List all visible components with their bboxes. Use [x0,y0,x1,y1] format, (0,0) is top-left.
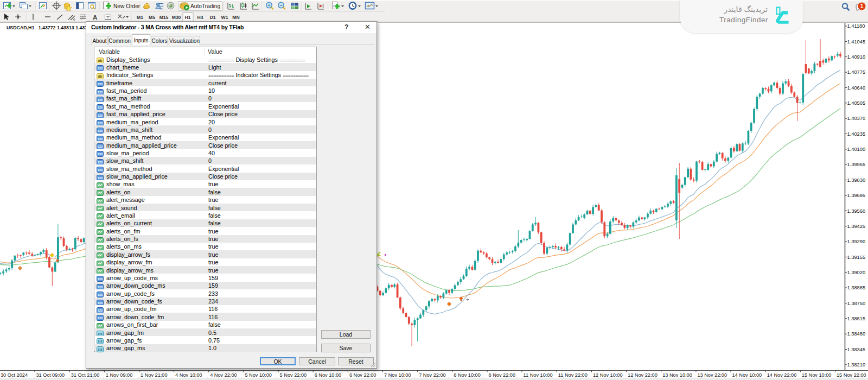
svg-text:1 Nov 09:00: 1 Nov 09:00 [106,372,133,378]
svg-text:1.38210: 1.38210 [847,362,866,368]
svg-text:1.39560: 1.39560 [847,208,866,214]
svg-text:+: + [267,3,270,8]
svg-text:123: 123 [98,129,103,132]
svg-text:AutoTrading: AutoTrading [190,3,220,9]
svg-text:ab: ab [98,59,102,62]
svg-text:W1: W1 [221,15,228,20]
svg-text:1.39695: 1.39695 [847,193,866,198]
svg-text:M1: M1 [137,15,143,20]
svg-text:1.40100: 1.40100 [847,147,866,152]
svg-text:11 Nov 22:00: 11 Nov 22:00 [558,372,588,378]
svg-text:5 Nov 10:00: 5 Nov 10:00 [245,372,272,378]
svg-text:1.39020: 1.39020 [847,270,866,275]
svg-text:1.39155: 1.39155 [847,255,866,260]
svg-text:M5: M5 [149,15,155,20]
svg-text:123: 123 [98,301,103,304]
svg-text:123: 123 [98,83,103,86]
svg-text:7 Nov 10:00: 7 Nov 10:00 [384,372,411,378]
svg-text:14 Nov 10:00: 14 Nov 10:00 [732,372,762,378]
svg-text:4 Nov 10:00: 4 Nov 10:00 [175,372,202,378]
svg-text:H4: H4 [197,15,203,20]
svg-text:15 Nov 10:00: 15 Nov 10:00 [802,372,832,378]
svg-text:123: 123 [98,285,103,288]
svg-text:−: − [279,3,282,8]
svg-text:1.39425: 1.39425 [847,224,866,229]
svg-text:123: 123 [98,309,103,312]
svg-text:1.41045: 1.41045 [847,39,866,45]
svg-text:1.38615: 1.38615 [847,316,866,321]
svg-text:1.40370: 1.40370 [847,116,866,121]
svg-text:13 Nov 10:00: 13 Nov 10:00 [662,372,692,378]
svg-text:1 Nov 21:00: 1 Nov 21:00 [141,372,168,378]
svg-text:1.40235: 1.40235 [847,131,866,137]
svg-text:H1: H1 [185,15,191,20]
svg-text:1.39290: 1.39290 [847,239,866,244]
svg-text:123: 123 [98,145,103,148]
svg-text:123: 123 [98,153,103,156]
svg-text:13 Nov 22:00: 13 Nov 22:00 [697,372,727,378]
svg-text:6 Nov 10:00: 6 Nov 10:00 [315,372,342,378]
svg-text:1: 1 [860,3,864,9]
svg-text:0.5: 0.5 [98,332,103,335]
svg-text:123: 123 [98,90,103,93]
svg-text:1.39830: 1.39830 [847,178,866,183]
svg-text:1.39965: 1.39965 [847,162,866,167]
svg-text:123: 123 [98,122,103,125]
svg-text:31 Oct 09:00: 31 Oct 09:00 [36,372,65,378]
svg-text:0.5: 0.5 [98,340,103,343]
svg-text:ab: ab [98,74,102,78]
svg-text:1.38750: 1.38750 [847,301,866,306]
svg-text:123: 123 [98,137,103,140]
svg-text:123: 123 [98,176,103,179]
svg-text:123: 123 [98,293,103,296]
svg-text:123: 123 [98,98,103,102]
svg-text:123: 123 [98,113,103,117]
svg-text:M30: M30 [172,15,181,20]
svg-text:1.40910: 1.40910 [847,54,866,60]
svg-text:123: 123 [98,168,103,172]
svg-text:New Order: New Order [113,3,141,9]
svg-text:123: 123 [98,106,103,109]
svg-text:4 Nov 22:00: 4 Nov 22:00 [210,372,237,378]
svg-text:123: 123 [98,316,103,320]
svg-text:D1: D1 [210,15,216,20]
svg-text:A: A [93,14,97,21]
svg-text:31 Oct 21:00: 31 Oct 21:00 [71,372,100,378]
svg-text:12 Nov 22:00: 12 Nov 22:00 [628,372,658,378]
svg-text:7 Nov 22:00: 7 Nov 22:00 [419,372,446,378]
svg-text:1.40640: 1.40640 [847,85,866,91]
svg-text:0.5: 0.5 [98,348,103,351]
svg-text:15 Nov 22:00: 15 Nov 22:00 [837,372,866,378]
svg-text:123: 123 [98,277,103,281]
svg-text:1.41180: 1.41180 [847,23,865,29]
svg-text:1.38345: 1.38345 [847,347,866,352]
svg-text:11 Nov 10:00: 11 Nov 10:00 [524,372,553,378]
svg-text:1.40775: 1.40775 [847,69,866,75]
svg-text:6 Nov 22:00: 6 Nov 22:00 [349,372,376,378]
svg-text:1.38480: 1.38480 [847,331,866,337]
svg-text:8 Nov 22:00: 8 Nov 22:00 [489,372,516,378]
svg-text:MN: MN [232,15,239,20]
svg-text:30 Oct 2024: 30 Oct 2024 [1,372,28,378]
svg-text:12 Nov 10:00: 12 Nov 10:00 [593,372,623,378]
svg-text:1.38885: 1.38885 [847,285,866,290]
svg-text:123: 123 [98,67,103,70]
svg-text:123: 123 [98,161,103,164]
svg-text:1.40505: 1.40505 [847,100,866,106]
svg-text:8 Nov 10:00: 8 Nov 10:00 [454,372,481,378]
svg-text:14 Nov 22:00: 14 Nov 22:00 [767,372,797,378]
svg-text:5 Nov 22:00: 5 Nov 22:00 [280,372,307,378]
svg-text:M15: M15 [159,15,169,20]
